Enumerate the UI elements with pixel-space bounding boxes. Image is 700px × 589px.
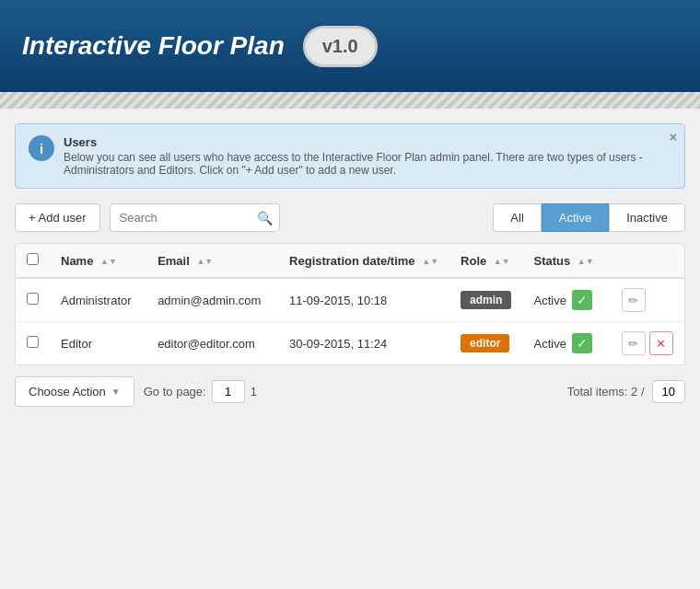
sort-regdate-icon: ▲▼ xyxy=(422,258,438,266)
table-row: Editor editor@editor.com 30-09-2015, 11:… xyxy=(16,322,684,365)
sort-name-icon: ▲▼ xyxy=(100,258,117,266)
row-email: editor@editor.com xyxy=(146,322,278,365)
main-content: i Users Below you can see all users who … xyxy=(0,109,700,422)
app-version: v1.0 xyxy=(303,26,378,67)
info-message: Below you can see all users who have acc… xyxy=(64,151,671,177)
delete-button[interactable]: ✕ xyxy=(649,331,673,355)
row-email: admin@admin.com xyxy=(146,278,278,322)
table-row: Administrator admin@admin.com 11-09-2015… xyxy=(16,278,684,322)
row-name: Administrator xyxy=(50,278,146,322)
page-input[interactable] xyxy=(212,380,245,403)
row-actions: ✏ ✕ xyxy=(611,322,684,365)
info-icon: i xyxy=(29,135,54,161)
add-user-button[interactable]: + Add user xyxy=(15,203,100,232)
stripe-divider xyxy=(0,92,700,109)
header-status[interactable]: Status ▲▼ xyxy=(522,244,610,278)
header-regdate[interactable]: Registration date/time ▲▼ xyxy=(278,244,449,278)
status-text: Active xyxy=(533,294,566,307)
filter-active-button[interactable]: Active xyxy=(542,203,609,232)
info-box: i Users Below you can see all users who … xyxy=(15,123,685,189)
search-icon: 🔍 xyxy=(257,211,273,225)
edit-button[interactable]: ✏ xyxy=(622,288,646,312)
role-badge: editor xyxy=(461,334,509,352)
row-checkbox-cell xyxy=(16,322,50,365)
row-status: Active ✓ xyxy=(522,322,610,365)
row-name: Editor xyxy=(50,322,146,365)
select-all-checkbox[interactable] xyxy=(27,253,39,265)
total-items: Total items: 2 / 10 xyxy=(567,380,685,403)
goto-label: Go to page: xyxy=(144,385,206,398)
header-role[interactable]: Role ▲▼ xyxy=(449,244,522,278)
app-title: Interactive Floor Plan xyxy=(22,31,285,61)
users-table: Name ▲▼ Email ▲▼ Registration date/time … xyxy=(16,244,684,364)
row-checkbox[interactable] xyxy=(27,293,39,305)
header-email[interactable]: Email ▲▼ xyxy=(146,244,278,278)
filter-all-button[interactable]: All xyxy=(493,203,541,232)
status-toggle-button[interactable]: ✓ xyxy=(572,290,592,310)
per-page-button[interactable]: 10 xyxy=(652,380,685,403)
row-role: editor xyxy=(449,322,522,365)
status-text: Active xyxy=(533,337,566,351)
sort-status-icon: ▲▼ xyxy=(578,258,594,266)
table-header-row: Name ▲▼ Email ▲▼ Registration date/time … xyxy=(16,244,684,278)
users-table-container: Name ▲▼ Email ▲▼ Registration date/time … xyxy=(15,243,685,365)
toolbar: + Add user 🔍 All Active Inactive xyxy=(15,203,685,232)
choose-action-arrow-icon: ▼ xyxy=(111,387,121,397)
filter-buttons: All Active Inactive xyxy=(493,203,685,232)
sort-role-icon: ▲▼ xyxy=(494,258,510,266)
table-body: Administrator admin@admin.com 11-09-2015… xyxy=(16,278,684,364)
header-name[interactable]: Name ▲▼ xyxy=(50,244,146,278)
row-checkbox[interactable] xyxy=(27,336,39,348)
row-checkbox-cell xyxy=(16,278,50,322)
row-regdate: 30-09-2015, 11:24 xyxy=(278,322,449,365)
status-toggle-button[interactable]: ✓ xyxy=(572,333,592,353)
header-actions xyxy=(611,244,684,278)
goto-page: Go to page: 1 xyxy=(144,380,257,403)
row-regdate: 11-09-2015, 10:18 xyxy=(278,278,449,322)
search-box: 🔍 xyxy=(110,203,280,232)
info-text: Users Below you can see all users who ha… xyxy=(64,135,671,177)
app-header: Interactive Floor Plan v1.0 xyxy=(0,0,700,92)
search-input[interactable] xyxy=(110,203,280,232)
info-close-button[interactable]: × xyxy=(670,130,677,144)
header-checkbox-col xyxy=(16,244,50,278)
total-items-label: Total items: 2 / xyxy=(567,385,645,398)
row-status: Active ✓ xyxy=(522,278,610,322)
row-actions: ✏ xyxy=(611,278,684,322)
page-total: 1 xyxy=(251,385,257,398)
edit-button[interactable]: ✏ xyxy=(622,331,646,355)
info-heading: Users xyxy=(64,135,97,149)
footer-bar: Choose Action ▼ Go to page: 1 Total item… xyxy=(15,376,685,407)
row-role: admin xyxy=(449,278,522,322)
sort-email-icon: ▲▼ xyxy=(196,258,213,266)
filter-inactive-button[interactable]: Inactive xyxy=(609,203,685,232)
choose-action-label: Choose Action xyxy=(29,385,106,398)
role-badge: admin xyxy=(461,291,511,309)
choose-action-button[interactable]: Choose Action ▼ xyxy=(15,376,134,407)
